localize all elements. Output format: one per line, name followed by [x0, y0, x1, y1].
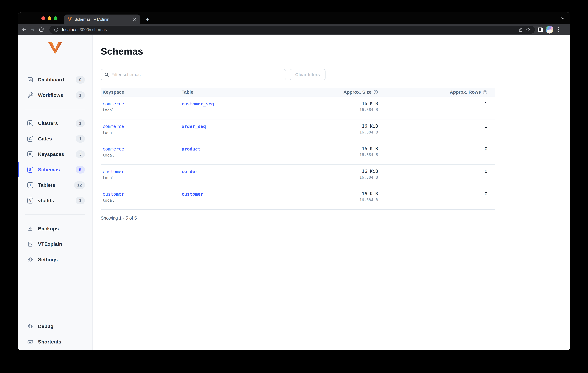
letter-t-icon: T [27, 182, 33, 188]
side-panel-icon[interactable] [538, 28, 543, 32]
keyspace-cell: commercelocal [101, 97, 182, 119]
browser-tab[interactable]: Schemas | VTAdmin [64, 14, 140, 24]
approx-rows-cell: 1 [378, 120, 495, 142]
zoom-window-button[interactable] [54, 16, 57, 20]
sidebar-item-label: Tablets [38, 182, 55, 188]
header-table: Table [182, 89, 284, 95]
sidebar-item-keyspaces[interactable]: KKeyspaces3 [18, 146, 92, 162]
table-header-row: Keyspace Table Approx. Size ? Approx. Ro… [101, 88, 495, 97]
browser-window: Schemas | VTAdmin + [18, 12, 570, 350]
table-pagination-summary: Showing 1 - 5 of 5 [101, 216, 570, 221]
sidebar-item-gates[interactable]: GGates1 [18, 131, 92, 146]
size-value: 16 KiB [284, 123, 378, 129]
sidebar-item-shortcuts[interactable]: Shortcuts [18, 334, 92, 350]
cluster-label: local [103, 153, 182, 157]
count-badge: 0 [76, 76, 85, 84]
size-value: 16 KiB [284, 169, 378, 174]
cluster-label: local [103, 176, 182, 180]
close-window-button[interactable] [41, 16, 45, 20]
sidebar-item-label: Workflows [38, 92, 63, 98]
minimize-window-button[interactable] [48, 16, 51, 20]
header-approx-size: Approx. Size ? [284, 89, 378, 95]
forward-button[interactable] [28, 25, 37, 34]
approx-size-cell: 16 KiB16,384 B [284, 165, 378, 187]
table-cell: order_seq [182, 120, 284, 142]
cluster-label: local [103, 108, 182, 112]
filter-schemas-input[interactable] [112, 72, 282, 77]
table-row: customerlocalcorder16 KiB16,384 B0 [101, 165, 495, 187]
sidebar-item-workflows[interactable]: Workflows1 [18, 88, 92, 103]
keyspace-cell: customerlocal [101, 165, 182, 187]
reload-button[interactable] [37, 25, 46, 34]
table-body: commercelocalcustomer_seq16 KiB16,384 B1… [101, 97, 495, 210]
header-approx-rows: Approx. Rows ? [378, 89, 495, 95]
sidebar-item-label: VTExplain [38, 241, 62, 247]
keyspace-cell: customerlocal [101, 187, 182, 209]
approx-rows-cell: 1 [378, 97, 495, 119]
browser-menu-icon[interactable] [556, 27, 561, 32]
back-button[interactable] [20, 25, 28, 34]
share-icon[interactable] [517, 26, 524, 33]
sidebar-item-backups[interactable]: Backups [18, 221, 92, 236]
sidebar-item-clusters[interactable]: RClusters1 [18, 116, 92, 131]
sidebar-nav: Dashboard0Workflows1 RClusters1GGates1KK… [18, 72, 92, 267]
keyspace-link[interactable]: customer [103, 169, 124, 174]
keyspace-link[interactable]: customer [103, 191, 124, 197]
clear-filters-button[interactable]: Clear filters [290, 69, 326, 80]
table-link[interactable]: product [182, 146, 200, 152]
sidebar-item-vtctlds[interactable]: Vvtctlds1 [18, 193, 92, 208]
count-badge: 1 [76, 197, 85, 204]
sidebar-item-label: Clusters [38, 121, 58, 126]
sidebar-item-debug[interactable]: Debug [18, 318, 92, 334]
table-link[interactable]: order_seq [182, 124, 206, 129]
sidebar-item-settings[interactable]: Settings [18, 252, 92, 267]
keyspace-cell: commercelocal [101, 142, 182, 164]
table-link[interactable]: customer [182, 191, 203, 197]
keyspace-link[interactable]: commerce [103, 101, 124, 107]
size-value: 16 KiB [284, 191, 378, 196]
keyspace-link[interactable]: commerce [103, 124, 124, 129]
tab-overflow-chevron-icon[interactable] [560, 15, 566, 21]
browser-toolbar: localhost:3000/schemas [18, 24, 570, 35]
help-icon[interactable]: ? [483, 90, 487, 94]
cluster-label: local [103, 131, 182, 135]
count-badge: 1 [76, 135, 85, 143]
size-value: 16 KiB [284, 146, 378, 151]
site-info-icon[interactable] [52, 26, 60, 33]
letter-s-icon: S [27, 166, 33, 173]
sidebar-item-dashboard[interactable]: Dashboard0 [18, 72, 92, 88]
tab-title: Schemas | VTAdmin [74, 17, 130, 22]
sidebar-item-label: Dashboard [38, 77, 64, 83]
tab-close-icon[interactable] [132, 17, 137, 22]
sidebar-divider [25, 214, 85, 215]
dashboard-icon [27, 77, 33, 83]
count-badge: 12 [74, 181, 85, 189]
letter-v-icon: V [27, 197, 33, 204]
download-icon [27, 226, 33, 232]
table-link[interactable]: customer_seq [182, 101, 214, 107]
size-bytes: 16,384 B [284, 107, 378, 112]
main-content: Schemas Clear filters Keyspace Table [93, 35, 570, 350]
count-badge: 1 [76, 91, 85, 99]
sidebar-item-label: Schemas [38, 167, 60, 173]
header-keyspace: Keyspace [101, 89, 182, 95]
sidebar-item-label: Shortcuts [38, 339, 61, 345]
url-host: localhost [62, 27, 79, 32]
sidebar-item-label: vtctlds [38, 198, 54, 204]
sidebar-item-schemas[interactable]: SSchemas5 [18, 162, 92, 177]
sidebar-item-tablets[interactable]: TTablets12 [18, 177, 92, 193]
vitess-logo[interactable] [48, 42, 62, 55]
keyspace-link[interactable]: commerce [103, 146, 124, 152]
new-tab-button[interactable]: + [144, 16, 151, 23]
schemas-table: Keyspace Table Approx. Size ? Approx. Ro… [101, 88, 495, 210]
bookmark-star-icon[interactable] [524, 26, 532, 33]
approx-size-cell: 16 KiB16,384 B [284, 187, 378, 209]
help-icon[interactable]: ? [373, 90, 378, 94]
url-bar[interactable]: localhost:3000/schemas [49, 26, 535, 34]
keyboard-icon [27, 339, 33, 345]
table-cell: customer_seq [182, 97, 284, 119]
sidebar-item-vtexplain[interactable]: VTExplain [18, 236, 92, 252]
sidebar-item-label: Backups [38, 226, 59, 232]
table-link[interactable]: corder [182, 169, 198, 174]
profile-avatar[interactable] [546, 26, 553, 33]
